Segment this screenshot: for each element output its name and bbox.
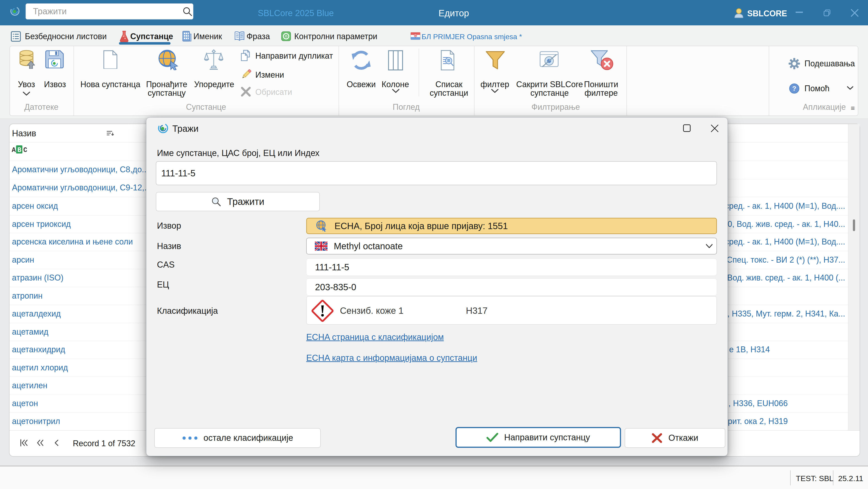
svg-text:!: ! — [320, 301, 326, 320]
svg-text:?: ? — [792, 85, 796, 92]
